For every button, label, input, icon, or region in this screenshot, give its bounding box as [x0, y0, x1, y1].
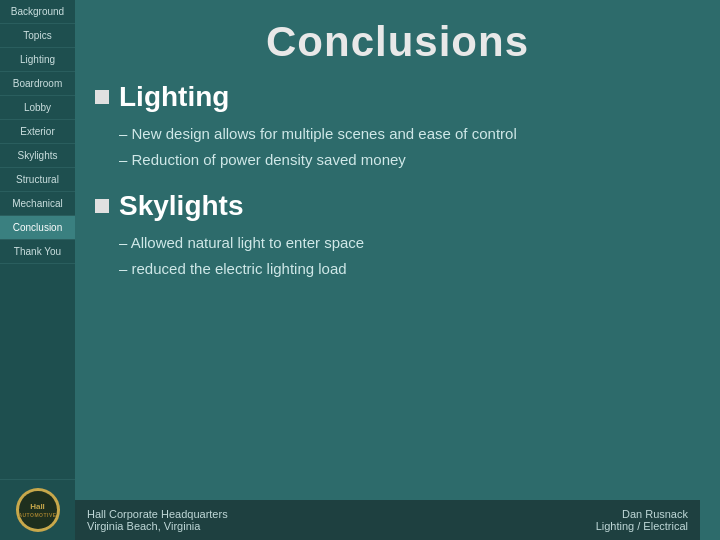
sidebar-item-exterior[interactable]: Exterior	[0, 120, 75, 144]
section-lighting: LightingNew design allows for multiple s…	[95, 81, 700, 172]
logo-circle: Hall AUTOMOTIVE	[16, 488, 60, 532]
sidebar-item-thankyou[interactable]: Thank You	[0, 240, 75, 264]
section-items-lighting: New design allows for multiple scenes an…	[95, 121, 700, 172]
footer-right: Dan Rusnack Lighting / Electrical	[596, 508, 688, 532]
sidebar-item-lobby[interactable]: Lobby	[0, 96, 75, 120]
footer-right-line1: Dan Rusnack	[596, 508, 688, 520]
sidebar-item-structural[interactable]: Structural	[0, 168, 75, 192]
list-item: New design allows for multiple scenes an…	[119, 121, 700, 147]
main-content: Conclusions LightingNew design allows fo…	[75, 0, 720, 540]
section-skylights: SkylightsAllowed natural light to enter …	[95, 190, 700, 281]
sidebar-item-background[interactable]: Background	[0, 0, 75, 24]
footer-left: Hall Corporate Headquarters Virginia Bea…	[87, 508, 228, 532]
sidebar-item-conclusion[interactable]: Conclusion	[0, 216, 75, 240]
sidebar-item-skylights[interactable]: Skylights	[0, 144, 75, 168]
bullet-icon	[95, 90, 109, 104]
list-item: Reduction of power density saved money	[119, 147, 700, 173]
list-item: reduced the electric lighting load	[119, 256, 700, 282]
content-area: LightingNew design allows for multiple s…	[95, 76, 700, 500]
section-title-lighting: Lighting	[119, 81, 229, 113]
footer-left-line1: Hall Corporate Headquarters	[87, 508, 228, 520]
section-header-skylights: Skylights	[95, 190, 700, 222]
footer: Hall Corporate Headquarters Virginia Bea…	[75, 500, 700, 540]
section-header-lighting: Lighting	[95, 81, 700, 113]
section-title-skylights: Skylights	[119, 190, 243, 222]
page-title: Conclusions	[95, 0, 700, 76]
sidebar-item-mechanical[interactable]: Mechanical	[0, 192, 75, 216]
footer-left-line2: Virginia Beach, Virginia	[87, 520, 228, 532]
sidebar: BackgroundTopicsLightingBoardroomLobbyEx…	[0, 0, 75, 540]
logo-inner: Hall AUTOMOTIVE	[19, 491, 57, 529]
footer-right-line2: Lighting / Electrical	[596, 520, 688, 532]
sidebar-item-boardroom[interactable]: Boardroom	[0, 72, 75, 96]
sidebar-item-topics[interactable]: Topics	[0, 24, 75, 48]
sidebar-item-lighting[interactable]: Lighting	[0, 48, 75, 72]
list-item: Allowed natural light to enter space	[119, 230, 700, 256]
section-items-skylights: Allowed natural light to enter spaceredu…	[95, 230, 700, 281]
sidebar-logo: Hall AUTOMOTIVE	[0, 479, 75, 540]
bullet-icon	[95, 199, 109, 213]
